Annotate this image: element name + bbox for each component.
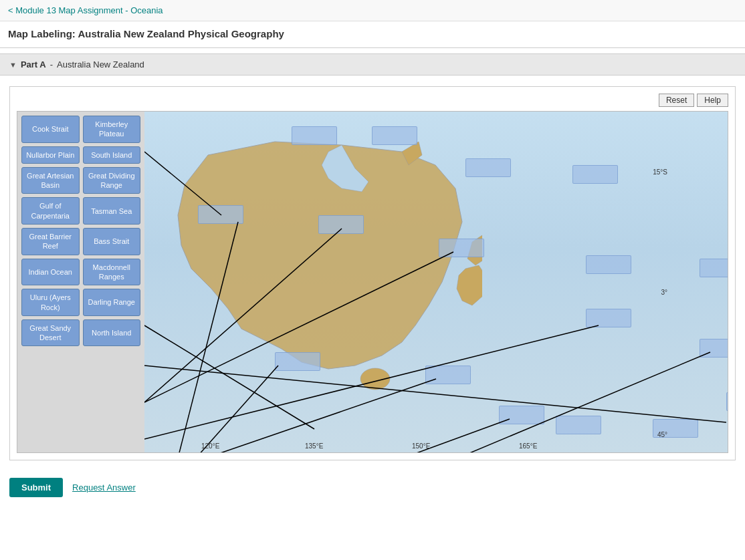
main-content: Reset Help Cook Strait Kimberley Plateau… — [0, 81, 745, 471]
breadcrumb[interactable]: < Module 13 Map Assignment - Oceania — [0, 0, 745, 21]
label-btn-bass-strait[interactable]: Bass Strait — [83, 228, 141, 255]
drop-zone-18[interactable] — [700, 259, 728, 277]
request-answer-link[interactable]: Request Answer — [72, 482, 136, 493]
label-btn-tasman-sea[interactable]: Tasman Sea — [83, 197, 141, 225]
label-btn-kimberley-plateau[interactable]: Kimberley Plateau — [83, 116, 141, 143]
map-toolbar: Reset Help — [17, 94, 728, 107]
help-button[interactable]: Help — [697, 94, 728, 107]
label-btn-darling-range[interactable]: Darling Range — [83, 289, 141, 316]
label-btn-macdonnell-ranges[interactable]: Macdonnell Ranges — [83, 259, 141, 286]
drop-zone-13[interactable] — [556, 416, 601, 434]
part-description: Australia New Zealand — [57, 59, 144, 69]
label-btn-north-island[interactable]: North Island — [83, 319, 141, 347]
map-image-area: 15°S 3° 45° 120°E 135°E 150°E 165°E — [144, 112, 728, 452]
page-title: Map Labeling: Australia New Zealand Phys… — [0, 21, 745, 47]
label-btn-great-dividing-range[interactable]: Great Dividing Range — [83, 167, 141, 194]
drop-zone-3[interactable] — [465, 158, 511, 177]
footer: Submit Request Answer — [0, 471, 745, 504]
label-btn-nullarbor-plain[interactable]: Nullarbor Plain — [21, 146, 80, 164]
drop-zone-14[interactable] — [653, 419, 698, 438]
submit-button[interactable]: Submit — [9, 478, 63, 497]
reset-button[interactable]: Reset — [659, 94, 694, 107]
part-separator: - — [50, 59, 53, 69]
back-link[interactable]: < Module 13 Map Assignment - Oceania — [8, 5, 163, 15]
drop-zone-8[interactable] — [586, 255, 631, 274]
drop-zone-4[interactable] — [572, 165, 618, 184]
drop-zone-11[interactable] — [425, 366, 471, 384]
drop-zone-7[interactable] — [439, 239, 484, 257]
map-container: Reset Help Cook Strait Kimberley Plateau… — [9, 86, 736, 460]
label-btn-great-artesian-basin[interactable]: Great Artesian Basin — [21, 167, 80, 194]
label-btn-uluru[interactable]: Uluru (Ayers Rock) — [21, 289, 80, 316]
drop-zone-5[interactable] — [198, 205, 243, 224]
map-area: Cook Strait Kimberley Plateau Nullarbor … — [17, 111, 728, 453]
label-btn-indian-ocean[interactable]: Indian Ocean — [21, 259, 80, 286]
drop-zone-6[interactable] — [318, 215, 364, 234]
part-label: Part A — [21, 59, 46, 69]
drop-zone-15[interactable] — [700, 339, 728, 358]
drop-zone-12[interactable] — [499, 406, 544, 424]
label-panel: Cook Strait Kimberley Plateau Nullarbor … — [17, 112, 144, 452]
drop-zone-2[interactable] — [372, 126, 417, 145]
drop-zone-16[interactable] — [726, 392, 728, 411]
drop-zone-1[interactable] — [292, 126, 337, 145]
part-section: ▼ Part A - Australia New Zealand — [0, 53, 745, 76]
collapse-arrow[interactable]: ▼ — [9, 61, 17, 69]
label-btn-south-island[interactable]: South Island — [83, 146, 141, 164]
label-btn-great-barrier-reef[interactable]: Great Barrier Reef — [21, 228, 80, 255]
label-btn-cook-strait[interactable]: Cook Strait — [21, 116, 80, 143]
drop-zone-9[interactable] — [586, 309, 631, 327]
label-btn-great-sandy-desert[interactable]: Great Sandy Desert — [21, 319, 80, 347]
label-btn-gulf-of-carpentaria[interactable]: Gulf of Carpentaria — [21, 197, 80, 225]
map-background — [144, 112, 728, 452]
drop-zone-10[interactable] — [275, 352, 320, 371]
